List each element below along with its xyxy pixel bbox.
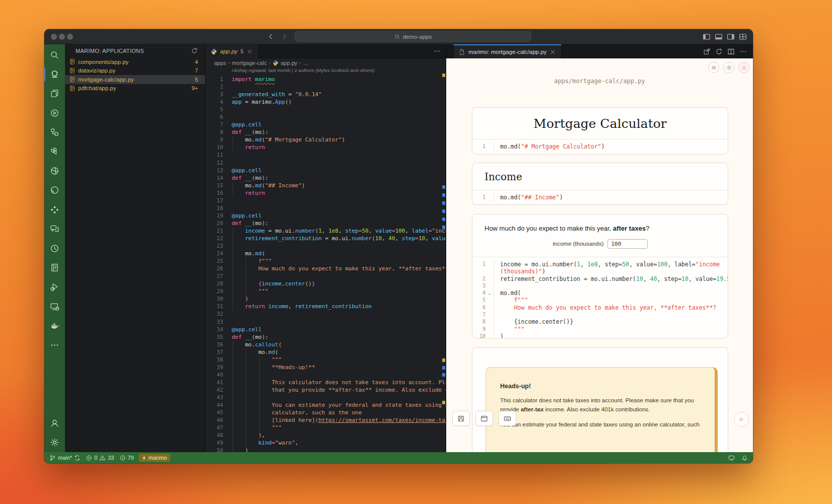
overview-ruler-mark — [442, 193, 445, 197]
warning-icon — [99, 455, 106, 461]
toolbar-app-settings-icon[interactable] — [723, 62, 734, 73]
app-settings-icon — [726, 64, 732, 71]
activity-item-run-circle-icon[interactable] — [44, 103, 65, 122]
notifications-bell-icon[interactable] — [741, 455, 748, 461]
account-icon — [50, 418, 59, 428]
code-line: 7@app.cell — [205, 121, 446, 128]
editor-more-actions-icon[interactable] — [433, 47, 441, 55]
activity-item-more-views-icon[interactable] — [44, 335, 65, 354]
marimo-webview: apps/mortgage-calc/app.py Mortgage Calcu… — [446, 58, 753, 452]
more-actions-icon[interactable] — [739, 48, 747, 55]
activity-item-comments-icon[interactable] — [44, 220, 65, 239]
tab-close-icon[interactable] — [246, 48, 253, 55]
terraform-icon — [50, 147, 59, 157]
refresh-icon[interactable] — [191, 47, 198, 54]
split-editor-icon[interactable] — [727, 48, 735, 55]
activity-item-debug-icon[interactable] — [44, 277, 65, 297]
problems-status[interactable]: 0 33 — [86, 455, 114, 461]
tab-app-py[interactable]: app.py 5 — [205, 44, 258, 58]
code-line: 23 — [205, 242, 446, 250]
overview-ruler-mark — [442, 366, 445, 370]
indent-guide — [233, 182, 233, 197]
remote-window-icon[interactable] — [728, 455, 735, 461]
sidebar-item-components-app-py[interactable]: components/app.py4 — [65, 57, 205, 66]
sidebar: MARIMO: APPLICATIONS components/app.py4d… — [65, 44, 205, 452]
info-status[interactable]: 79 — [119, 455, 134, 461]
code-line: 25 f""" — [205, 257, 446, 265]
code-line: 48 ), — [205, 431, 446, 439]
code-line: 16 return — [205, 189, 446, 197]
sidebar-item-dataviz-app-py[interactable]: dataviz/app.py7 — [65, 66, 205, 76]
floating-save-button[interactable] — [452, 411, 470, 426]
code-line: 8def __(mo): — [205, 128, 446, 136]
toolbar-menu-icon[interactable] — [708, 62, 719, 73]
activity-item-account-icon[interactable] — [44, 413, 65, 433]
breadcrumb-segment[interactable]: apps — [214, 60, 226, 66]
forward-arrow-icon[interactable] — [281, 33, 288, 40]
code-editor[interactable]: 1import marimo23__generated_with = "0.0.… — [205, 76, 446, 452]
code-line: 1income = mo.ui.number(1, 1e8, step=50, … — [472, 261, 728, 268]
cell-card-title: Mortgage Calculator 1mo.md("# Mortgage C… — [472, 107, 728, 155]
notebook-file-icon — [69, 58, 76, 65]
code-line: 43 — [205, 394, 446, 401]
activity-item-rose-icon[interactable] — [44, 161, 65, 180]
breadcrumb-more[interactable]: … — [303, 60, 309, 66]
command-center-search[interactable]: demo-apps — [295, 31, 531, 42]
preview-tab-close-icon[interactable] — [549, 49, 556, 55]
toolbar-shutdown-icon[interactable] — [738, 62, 749, 73]
zoom-button[interactable] — [67, 34, 73, 40]
cell-card-form: How much do you expect to make this year… — [472, 214, 728, 338]
open-external-icon[interactable] — [703, 48, 711, 55]
breadcrumb-segment[interactable]: app.py — [281, 60, 297, 66]
run-button[interactable] — [734, 412, 749, 427]
sidebar-item-mortgage-calc-app-py[interactable]: mortgage-calc/app.py5 — [65, 75, 205, 84]
breadcrumb-segment[interactable]: mortgage-calc — [232, 60, 267, 66]
activity-item-settings-gear-icon[interactable] — [44, 433, 65, 452]
cell-count-badge: 5 — [195, 77, 198, 83]
zap-icon — [142, 455, 147, 461]
toggle-secondary-sidebar-icon[interactable] — [727, 33, 735, 41]
activity-item-marimo-explorer-icon[interactable] — [44, 64, 65, 84]
toggle-primary-sidebar-icon[interactable] — [703, 33, 711, 41]
reload-icon[interactable] — [715, 48, 723, 55]
app-file-path: apps/mortgage-calc/app.py — [446, 78, 753, 85]
code-line: 19@app.cell — [205, 212, 446, 220]
git-branch-status[interactable]: main* — [49, 455, 81, 461]
minimize-button[interactable] — [59, 34, 65, 40]
code-line: 49 kind="warn", — [205, 439, 446, 447]
income-number-input[interactable] — [607, 239, 648, 249]
activity-item-watch-run-icon[interactable] — [44, 239, 65, 258]
floating-keyboard-shortcuts-button[interactable] — [499, 411, 516, 426]
activity-item-docker-icon[interactable] — [44, 316, 65, 335]
activity-item-github-icon[interactable] — [44, 181, 65, 200]
tab-marimo-preview[interactable]: marimo: mortgage-calc/app.py — [453, 44, 562, 58]
toggle-panel-icon[interactable] — [715, 33, 723, 41]
code-line: 11 — [205, 151, 446, 159]
workspace-title: demo-apps — [403, 34, 432, 40]
activity-item-diamonds-icon[interactable] — [44, 200, 65, 219]
code-line: 6 How much do you expect to make this ye… — [472, 304, 728, 311]
editor-group-2: marimo: mortgage-calc/app.py apps/mortga… — [446, 44, 753, 452]
close-button[interactable] — [51, 34, 57, 40]
activity-item-terraform-icon[interactable] — [44, 142, 65, 161]
income-input-label: income (thousands) — [553, 241, 604, 247]
floating-open-browser-button[interactable] — [475, 411, 493, 426]
activity-item-hierarchy-icon[interactable] — [44, 123, 65, 142]
back-arrow-icon[interactable] — [267, 33, 274, 40]
activity-item-remote-explorer-icon[interactable] — [44, 297, 65, 316]
cell-card-callout: Heads-up! This calculator does not take … — [472, 347, 728, 452]
customize-layout-icon[interactable] — [739, 33, 747, 41]
activity-item-copy-pages-icon[interactable] — [44, 84, 65, 103]
open-browser-icon — [480, 415, 488, 422]
activity-item-notebook-icon[interactable] — [44, 258, 65, 277]
code-line: 3__generated_with = "0.0.14" — [205, 91, 446, 98]
comments-icon — [50, 224, 59, 234]
chevron-right-icon: › — [228, 60, 230, 65]
activity-item-search-icon[interactable] — [44, 45, 65, 64]
git-branch-icon — [49, 455, 56, 461]
marimo-status-badge[interactable]: marimo — [139, 454, 171, 462]
breadcrumb[interactable]: apps›mortgage-calc›app.py›… — [205, 58, 446, 67]
titlebar: demo-apps — [44, 29, 753, 44]
sync-icon[interactable] — [74, 455, 81, 461]
sidebar-item-pdfchat-app-py[interactable]: pdfchat/app.py9+ — [65, 84, 205, 93]
